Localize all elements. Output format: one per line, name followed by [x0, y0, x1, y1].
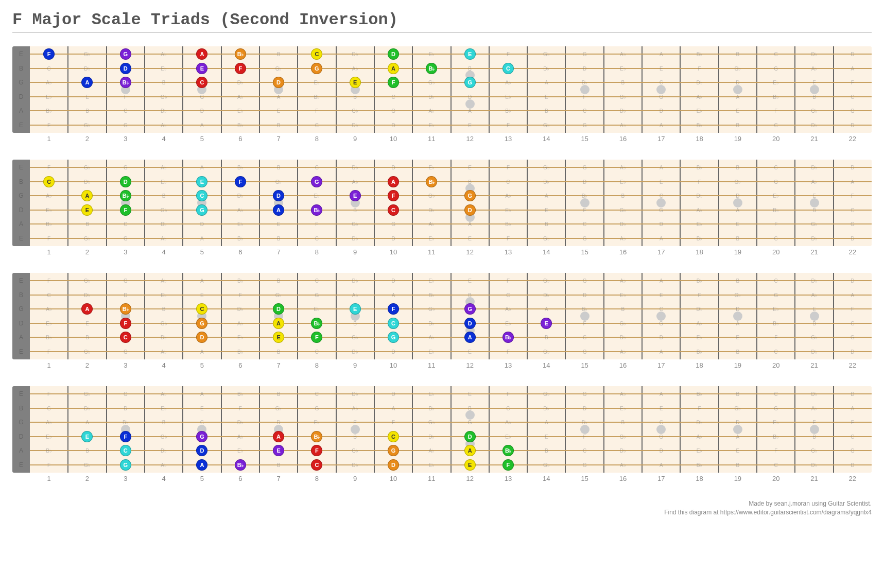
- open-string-label: D: [12, 434, 30, 440]
- fret-number: 20: [772, 248, 779, 256]
- open-string-label: E: [12, 349, 30, 355]
- fret-line: [527, 160, 528, 246]
- fret-line: [259, 46, 260, 133]
- open-string-label: G: [12, 419, 30, 425]
- inlay-dot: [465, 99, 475, 109]
- fret-number: 19: [734, 475, 741, 482]
- fret-line: [450, 160, 452, 246]
- fret-number: 5: [200, 248, 204, 256]
- note-dot: D: [273, 303, 284, 315]
- fret-number: 2: [85, 248, 89, 256]
- open-string-label: E: [12, 278, 30, 284]
- fret-number: 19: [734, 135, 741, 143]
- open-string-label: A: [12, 108, 30, 114]
- string-line: [30, 223, 872, 224]
- fretboard: EBGDAEFG♭GA♭AB♭BCD♭DE♭EFG♭GA♭AB♭BCD♭DCD♭…: [12, 273, 872, 359]
- fret-line: [106, 46, 107, 133]
- fret-line: [642, 386, 643, 473]
- fret-line: [221, 273, 222, 359]
- fret-line: [412, 386, 413, 473]
- fret-number: 9: [353, 475, 357, 482]
- note-dot: D: [388, 48, 399, 60]
- fret-line: [297, 386, 298, 473]
- note-dot: E: [541, 318, 552, 329]
- fret-line: [489, 46, 490, 133]
- fret-line: [833, 386, 834, 473]
- open-string-label: B: [12, 292, 30, 298]
- inlay-dot: [733, 425, 742, 434]
- fret-line: [680, 386, 681, 473]
- fret-number: 20: [772, 475, 779, 482]
- note-dot: F: [502, 459, 514, 471]
- note-dot: B♭: [502, 445, 514, 456]
- fret-number: 10: [390, 361, 397, 369]
- note-dot: D: [464, 204, 476, 216]
- fret-line: [680, 160, 681, 246]
- note-dot: G: [464, 77, 476, 88]
- note-dot: F: [235, 176, 246, 187]
- fret-number: 17: [657, 248, 665, 256]
- fret-line: [794, 46, 795, 133]
- fret-line: [144, 273, 145, 359]
- fret-number: 6: [238, 248, 242, 256]
- fret-number: 4: [162, 248, 165, 256]
- fret-number: 10: [390, 248, 397, 256]
- inlay-dot: [656, 198, 666, 207]
- note-dot: G: [464, 303, 476, 315]
- note-dot: B♭: [120, 77, 131, 88]
- string-line: [30, 125, 872, 126]
- note-dot: C: [388, 431, 399, 442]
- string-line: [30, 393, 872, 394]
- inlay-dot: [810, 312, 819, 321]
- fret-number: 22: [849, 135, 856, 143]
- open-string-label: E: [12, 164, 30, 170]
- note-dot: C: [502, 63, 514, 74]
- string-line: [30, 295, 872, 296]
- note-dot: A: [81, 77, 93, 88]
- note-dot: F: [43, 48, 55, 60]
- fret-number: 20: [772, 361, 779, 369]
- fret-number: 15: [581, 475, 588, 482]
- note-dot: E: [81, 431, 93, 442]
- fret-number: 15: [581, 248, 588, 256]
- fret-line: [527, 46, 528, 133]
- open-string-label: E: [12, 51, 30, 57]
- note-dot: D: [273, 77, 284, 88]
- inlay-dot: [580, 312, 590, 321]
- note-dot: D: [196, 332, 207, 343]
- fret-line: [221, 46, 222, 133]
- fret-number: 2: [85, 135, 89, 143]
- fretboard: EBGDAEFG♭GA♭AB♭BCD♭DE♭EFG♭GA♭AB♭BCD♭DCD♭…: [12, 386, 872, 473]
- fret-line: [833, 46, 834, 133]
- fret-line: [794, 386, 795, 473]
- fret-line: [67, 46, 68, 133]
- fret-line: [221, 386, 222, 473]
- fret-number: 8: [315, 361, 319, 369]
- note-dot: C: [120, 445, 131, 456]
- fret-line: [297, 160, 298, 246]
- fret-line: [642, 46, 643, 133]
- fret-line: [67, 386, 68, 473]
- note-dot: B♭: [311, 318, 322, 329]
- note-dot: G: [464, 190, 476, 201]
- board-4: EBGDAEFG♭GA♭AB♭BCD♭DE♭EFG♭GA♭AB♭BCD♭DCD♭…: [12, 386, 872, 487]
- fret-line: [756, 46, 757, 133]
- note-dot: A: [81, 190, 93, 201]
- open-string-label: D: [12, 320, 30, 326]
- open-string-label: B: [12, 65, 30, 72]
- string-line: [30, 323, 872, 324]
- note-dot: G: [196, 431, 207, 442]
- note-dot: D: [388, 459, 399, 471]
- fret-number: 19: [734, 361, 741, 369]
- fret-line: [144, 386, 145, 473]
- fret-number: 13: [505, 475, 512, 482]
- string-line: [30, 450, 872, 451]
- open-string-label: E: [12, 122, 30, 128]
- note-dot: F: [388, 303, 399, 315]
- footer-credit: Made by sean.j.moran using Guitar Scient…: [12, 499, 872, 508]
- fret-number: 12: [466, 248, 473, 256]
- note-dot: C: [388, 318, 399, 329]
- fret-number: 4: [162, 135, 165, 143]
- fret-number: 9: [353, 248, 357, 256]
- fret-line: [144, 160, 145, 246]
